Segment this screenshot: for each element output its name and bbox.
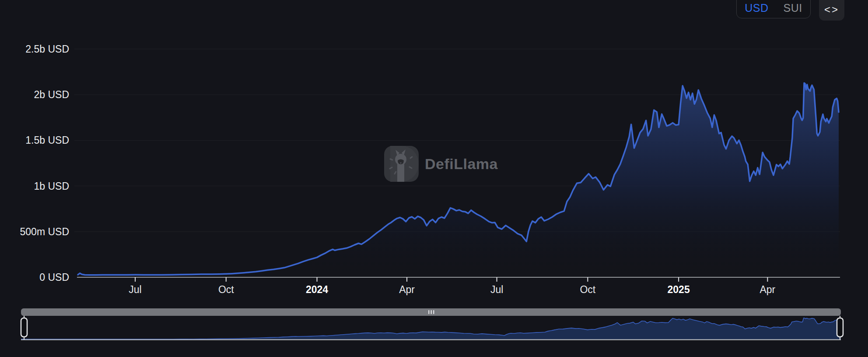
x-axis-label: Oct bbox=[200, 284, 252, 296]
x-axis-ticks bbox=[135, 277, 767, 282]
code-embed-icon: <> bbox=[824, 0, 839, 15]
currency-toggle[interactable]: USD SUI bbox=[736, 0, 811, 18]
y-axis-label: 1b USD bbox=[0, 180, 69, 192]
brush-left-handle[interactable] bbox=[21, 318, 27, 337]
x-axis-label: Apr bbox=[741, 284, 794, 296]
defillama-wordmark: DefiLlama bbox=[425, 156, 498, 173]
currency-option-usd[interactable]: USD bbox=[745, 0, 768, 14]
y-axis-label: 500m USD bbox=[0, 226, 69, 238]
time-range-brush[interactable] bbox=[0, 308, 868, 348]
embed-code-button[interactable]: <> bbox=[819, 0, 844, 21]
x-axis-label: Apr bbox=[381, 284, 433, 296]
defillama-watermark: DefiLlama bbox=[384, 146, 498, 182]
y-axis-label: 0 USD bbox=[0, 271, 69, 283]
y-axis-label: 2b USD bbox=[0, 88, 69, 101]
y-axis-label: 1.5b USD bbox=[0, 134, 69, 146]
x-axis-label: Jul bbox=[471, 284, 523, 296]
x-axis-label: 2025 bbox=[652, 284, 705, 296]
x-axis-label: Jul bbox=[109, 284, 161, 296]
brush-mini-area[interactable] bbox=[21, 318, 841, 339]
brush-drag-grip-icon[interactable] bbox=[428, 310, 434, 314]
x-axis-label: 2024 bbox=[291, 284, 343, 296]
currency-option-sui[interactable]: SUI bbox=[784, 0, 802, 14]
tvl-chart-panel: 2.5b USD2b USD1.5b USD1b USD500m USD0 US… bbox=[0, 0, 868, 357]
y-axis-label: 2.5b USD bbox=[0, 43, 69, 55]
brush-right-handle[interactable] bbox=[837, 318, 843, 337]
x-axis-label: Oct bbox=[561, 284, 614, 296]
defillama-llama-icon bbox=[384, 146, 419, 182]
